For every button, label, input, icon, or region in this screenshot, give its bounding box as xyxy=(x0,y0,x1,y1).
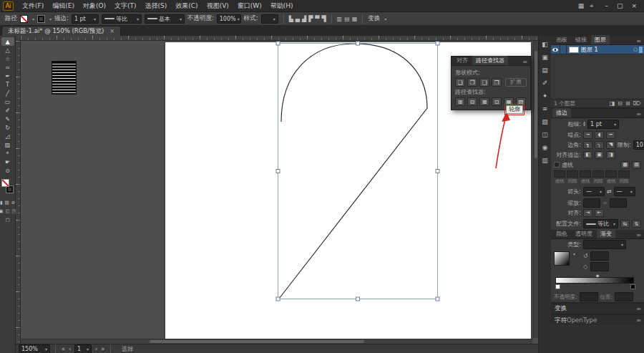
zoom-tool-icon[interactable]: ⊙ xyxy=(1,166,14,175)
swatches-panel-icon[interactable]: ▤ xyxy=(540,65,550,74)
align-top-icon[interactable]: ▛ xyxy=(308,16,313,22)
menu-item[interactable]: 效果(C) xyxy=(171,0,202,12)
draw-behind-icon[interactable]: ◱ xyxy=(5,208,9,214)
arrowhead-start-select[interactable]: — ▾ xyxy=(583,187,605,196)
butt-cap-icon[interactable]: ╼ xyxy=(583,131,592,139)
link-scale-icon[interactable]: ∞ xyxy=(602,200,608,206)
gradient-angle-field[interactable] xyxy=(590,251,609,261)
arrow-scale-start-field[interactable] xyxy=(583,198,600,208)
intersect-icon[interactable]: ❑ xyxy=(479,78,489,87)
dash-input[interactable] xyxy=(605,170,617,178)
paintbrush-tool-icon[interactable]: ✐ xyxy=(1,106,14,115)
line-segment-tool-icon[interactable]: ╱ xyxy=(1,89,14,97)
width-profile-select[interactable]: 等比 ▾ xyxy=(583,219,618,228)
arrowhead-end-select[interactable]: — ▾ xyxy=(614,187,635,196)
stop-opacity-field[interactable] xyxy=(580,292,598,301)
document-tab[interactable]: 未标题-1.ai* @ 150% (RGB/预览) × xyxy=(1,26,121,36)
visibility-toggle[interactable] xyxy=(551,45,560,54)
layer-row[interactable]: 图层 1 ○ xyxy=(551,45,644,54)
weight-stepper[interactable]: ▲▼ xyxy=(583,121,585,127)
dashed-line-checkbox[interactable] xyxy=(554,162,560,168)
make-clipping-mask-icon[interactable]: ◨ xyxy=(610,100,615,107)
tab-stroke[interactable]: 描边 xyxy=(552,108,571,117)
align-dash-icon[interactable]: ▤ xyxy=(632,161,641,169)
unite-icon[interactable]: ❏ xyxy=(455,78,465,87)
panel-menu-icon[interactable]: ≡ xyxy=(633,317,644,324)
transparency-panel-icon[interactable]: ◫ xyxy=(540,130,550,139)
new-sublayer-icon[interactable]: ⊟ xyxy=(618,100,623,107)
gradient-stop-end[interactable] xyxy=(630,284,635,289)
projecting-cap-icon[interactable]: ━ xyxy=(606,131,615,139)
tab-pathfinder[interactable]: 路径查找器 xyxy=(472,56,508,65)
properties-panel-icon[interactable]: ◧ xyxy=(540,39,550,49)
transform-caret-icon[interactable]: ▾ xyxy=(384,16,386,21)
magic-wand-tool-icon[interactable]: ☆ xyxy=(1,54,14,63)
stroke-caret-icon[interactable]: ▾ xyxy=(49,16,52,21)
minus-front-icon[interactable]: ❐ xyxy=(467,78,477,87)
menu-item[interactable]: 文字(T) xyxy=(110,0,141,12)
stroke-weight-field[interactable]: 1 pt ▾ xyxy=(72,14,99,24)
eyedropper-tool-icon[interactable]: ⌖ xyxy=(1,149,14,158)
dash-input[interactable] xyxy=(580,170,591,178)
app-logo-icon[interactable]: Ai xyxy=(3,1,14,11)
panel-menu-icon[interactable]: ≡ xyxy=(633,111,644,117)
pen-tool-icon[interactable]: ✒ xyxy=(1,72,14,80)
gradient-stop-start[interactable] xyxy=(555,284,560,289)
layer-name[interactable]: 图层 1 xyxy=(581,46,633,54)
panel-menu-icon[interactable]: ≡ xyxy=(633,38,644,44)
horizontal-scrollbar[interactable] xyxy=(21,339,532,344)
tab-layers[interactable]: 图层 xyxy=(591,35,610,44)
fill-caret-icon[interactable]: ▾ xyxy=(32,16,34,21)
menu-item[interactable]: 文件(F) xyxy=(18,0,48,12)
last-artboard-icon[interactable]: » xyxy=(100,346,105,352)
vertical-scrollbar[interactable] xyxy=(533,41,538,338)
stop-location-field[interactable] xyxy=(615,292,633,301)
screen-mode-button[interactable]: ▢ xyxy=(5,217,9,223)
gradient-panel-icon[interactable]: ▧ xyxy=(540,117,550,126)
arrange-documents-icon[interactable]: ▦ xyxy=(578,2,585,10)
gradient-button-icon[interactable]: ▨ xyxy=(4,200,9,205)
color-button-icon[interactable]: ▮ xyxy=(0,200,2,205)
direct-selection-tool-icon[interactable]: △ xyxy=(1,46,14,54)
fill-color-swatch[interactable] xyxy=(20,15,28,23)
arrow-end-align-icon[interactable]: ⇤ xyxy=(595,209,604,217)
round-cap-icon[interactable]: ◖ xyxy=(595,131,604,139)
selection-tool-icon[interactable]: ▲ xyxy=(1,37,14,46)
next-artboard-icon[interactable]: › xyxy=(94,346,98,352)
search-icon[interactable]: ⌖ xyxy=(590,2,593,10)
color-panel-icon[interactable]: ▣ xyxy=(540,52,550,62)
close-button[interactable]: × xyxy=(627,0,641,11)
pencil-tool-icon[interactable]: ✎ xyxy=(1,115,14,123)
brush-definition-select[interactable]: 基本 ▾ xyxy=(145,14,185,24)
layer-thumbnail[interactable] xyxy=(569,47,579,53)
swap-arrowheads-icon[interactable]: ⇄ xyxy=(607,188,612,195)
distribute-horizontal-icon[interactable]: ▥ xyxy=(337,16,343,22)
menu-item[interactable]: 对象(O) xyxy=(79,0,110,12)
prev-artboard-icon[interactable]: ‹ xyxy=(68,346,72,352)
new-layer-icon[interactable]: ⊞ xyxy=(625,100,630,107)
lasso-tool-icon[interactable]: ≈ xyxy=(1,63,14,72)
trim-icon[interactable]: ⊟ xyxy=(467,97,477,106)
fill-swatch[interactable] xyxy=(1,179,9,187)
arrow-scale-end-field[interactable] xyxy=(610,198,627,208)
opacity-field[interactable]: 100% ▾ xyxy=(217,14,241,24)
arrow-tip-align-icon[interactable]: ⇥ xyxy=(583,209,592,217)
tab-transparency[interactable]: 透明度 xyxy=(572,229,596,238)
align-stroke-outside-icon[interactable]: ◨ xyxy=(606,151,615,159)
selection-handles[interactable] xyxy=(276,42,439,301)
miter-join-icon[interactable]: ┓ xyxy=(583,141,592,149)
variable-width-profile-select[interactable]: 等比 ▾ xyxy=(102,14,142,24)
bevel-join-icon[interactable]: ◥ xyxy=(606,141,615,149)
flip-across-icon[interactable]: ⇅ xyxy=(632,220,641,228)
tab-align[interactable]: 对齐 xyxy=(453,56,472,65)
vertical-ruler[interactable] xyxy=(16,41,21,344)
menu-item[interactable]: 编辑(E) xyxy=(48,0,79,12)
align-left-icon[interactable]: ▙ xyxy=(289,16,293,22)
dash-input[interactable] xyxy=(554,170,565,178)
style-select[interactable]: ▾ xyxy=(261,14,278,24)
distribute-spacing-icon[interactable]: ▦ xyxy=(352,16,358,22)
merge-icon[interactable]: ⊠ xyxy=(479,97,489,106)
gradient-aspect-field[interactable] xyxy=(590,262,609,271)
align-middle-icon[interactable]: ▀ xyxy=(315,16,319,22)
target-icon[interactable]: ○ xyxy=(633,47,638,52)
